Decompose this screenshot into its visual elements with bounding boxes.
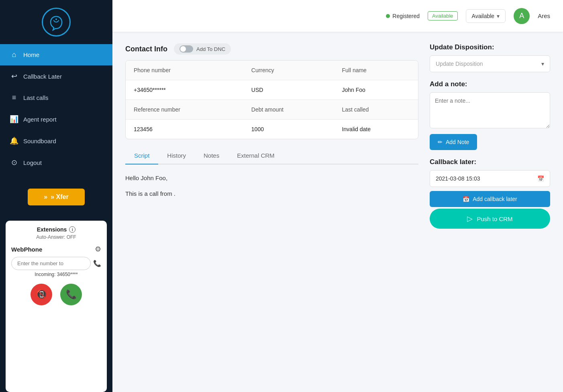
sidebar-item-callback-later[interactable]: ↩ Callback Later [0,65,112,87]
sidebar-item-home[interactable]: ⌂ Home [0,44,112,65]
pencil-icon: ✏ [438,139,443,145]
sidebar-item-callback-label: Callback Later [23,73,62,80]
phone-input[interactable] [11,257,91,270]
phone-value: +34650****** [126,80,243,100]
table-header-row-1: Phone number Currency Full name [126,61,418,80]
xfer-label: » Xfer [51,193,68,201]
tabs-section: Script History Notes External CRM Hello … [125,147,418,207]
col-debt: Debt amount [243,100,334,120]
note-section: Add a note: ✏ Add Note [430,80,550,150]
extensions-title: Extensions i [11,226,101,233]
available-badge: Available [428,11,458,20]
fullname-value: John Foo [334,80,418,100]
lastcalled-value: Invalid date [334,120,418,139]
script-line1: Hello John Foo, [125,173,418,183]
status-registered: Registered [386,13,420,19]
sidebar: ⌂ Home ↩ Callback Later ≡ Last calls 📊 A… [0,0,112,392]
accept-button[interactable]: 📞 [60,284,82,305]
callback-title: Callback later: [430,158,550,166]
sidebar-item-home-label: Home [23,51,39,58]
dropdown-label: Available [472,13,495,19]
tab-history[interactable]: History [158,147,195,165]
sidebar-item-logout-label: Logout [23,159,42,166]
callback-icon: ↩ [10,72,18,81]
disposition-section: Update Disposition: Update Disposition ▾ [430,43,550,72]
col-fullname: Full name [334,61,418,80]
tab-script[interactable]: Script [125,147,158,165]
auto-answer-label: Auto-Answer: OFF [11,234,101,240]
add-note-button[interactable]: ✏ Add Note [430,134,477,150]
contact-info-title: Contact Info [125,45,167,53]
calendar-plus-icon: 📅 [463,196,469,202]
note-title: Add a note: [430,80,550,88]
sidebar-item-agent-report[interactable]: 📊 Agent report [0,108,112,130]
list-icon: ≡ [10,93,18,102]
registered-label: Registered [392,13,420,19]
callback-datetime[interactable]: 2021-03-08 15:03 📅 [430,170,550,187]
push-crm-label: Push to CRM [477,215,512,222]
col-lastcalled: Last called [334,100,418,120]
user-name: Ares [538,12,550,19]
chevron-down-icon: ▾ [541,61,544,67]
chevron-down-icon: ▾ [497,13,500,19]
calendar-icon: 📅 [537,175,544,182]
right-panel: Update Disposition: Update Disposition ▾… [430,43,550,381]
webphone-label: WebPhone [11,246,42,253]
logo-area [0,0,112,44]
svg-point-0 [55,18,57,20]
tab-content-script: Hello John Foo, This is a call from . [125,165,418,207]
datetime-value: 2021-03-08 15:03 [436,175,480,182]
callback-section: Callback later: 2021-03-08 15:03 📅 📅 Add… [430,158,550,229]
info-icon: i [69,226,75,233]
decline-button[interactable]: 📵 [31,284,52,305]
dnc-label: Add To DNC [196,46,225,52]
tabs: Script History Notes External CRM [125,147,418,165]
left-panel: Contact Info Add To DNC Phone number Cur… [125,43,418,381]
contact-info-header: Contact Info Add To DNC [125,43,418,55]
disposition-select[interactable]: Update Disposition ▾ [430,55,550,72]
add-callback-label: Add callback later [473,196,517,202]
content-area: Contact Info Add To DNC Phone number Cur… [112,32,563,392]
disposition-title: Update Disposition: [430,43,550,51]
table-header-row-2: Reference number Debt amount Last called [126,100,418,120]
tab-notes[interactable]: Notes [195,147,228,165]
avatar: A [514,8,530,24]
sidebar-item-report-label: Agent report [23,116,57,123]
disposition-placeholder: Update Disposition [436,61,483,67]
xfer-button[interactable]: » » Xfer [28,189,84,205]
add-callback-button[interactable]: 📅 Add callback later [430,191,550,207]
call-buttons: 📵 📞 [11,284,101,305]
toggle-oval [180,45,193,53]
sidebar-item-logout[interactable]: ⊙ Logout [0,152,112,173]
contact-info-section: Contact Info Add To DNC Phone number Cur… [125,43,418,139]
xfer-icon: » [44,193,47,201]
sidebar-item-last-calls[interactable]: ≡ Last calls [0,87,112,108]
note-textarea[interactable] [430,92,550,128]
dnc-toggle[interactable]: Add To DNC [174,43,231,55]
sidebar-item-soundboard[interactable]: 🔔 Soundboard [0,130,112,152]
sound-icon: 🔔 [10,136,18,145]
currency-value: USD [243,80,334,100]
gear-icon[interactable]: ⚙ [95,245,101,254]
table-row: 123456 1000 Invalid date [126,120,418,139]
logout-icon: ⊙ [10,158,18,167]
tab-external-crm[interactable]: External CRM [228,147,283,165]
extensions-card: Extensions i Auto-Answer: OFF WebPhone ⚙… [6,221,107,392]
script-line2: This is a call from . [125,188,418,199]
col-phone: Phone number [126,61,243,80]
sidebar-item-soundboard-label: Soundboard [23,138,56,144]
send-icon: ▷ [467,214,473,223]
status-dropdown[interactable]: Available ▾ [466,9,506,23]
refnum-value: 123456 [126,120,243,139]
push-crm-button[interactable]: ▷ Push to CRM [430,209,550,229]
header: Registered Available Available ▾ A Ares [112,0,563,32]
col-currency: Currency [243,61,334,80]
phone-input-row: 📞 [11,257,101,270]
main-area: Registered Available Available ▾ A Ares … [112,0,563,392]
contact-table: Phone number Currency Full name +34650**… [125,60,418,139]
home-icon: ⌂ [10,51,18,59]
sidebar-item-lastcalls-label: Last calls [23,94,49,101]
chart-icon: 📊 [10,115,18,124]
debt-value: 1000 [243,120,334,139]
webphone-row: WebPhone ⚙ [11,245,101,254]
